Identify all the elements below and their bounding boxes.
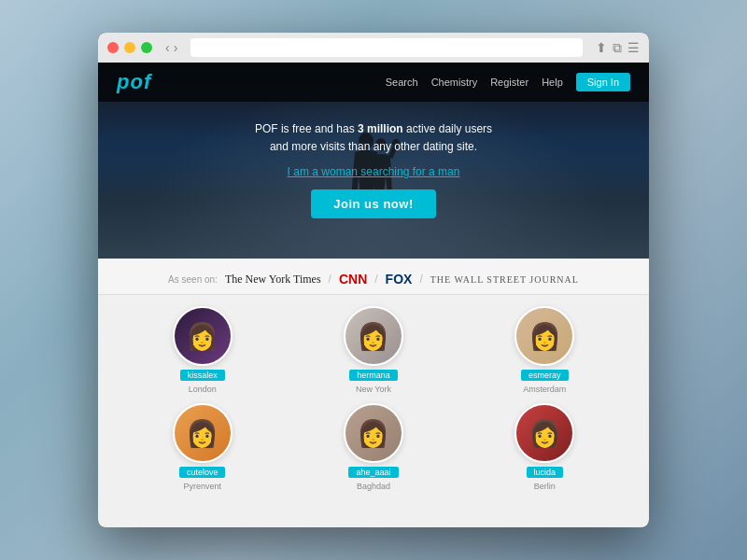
profile-name[interactable]: hermana [349,370,398,381]
press-sep-1: / [329,273,331,286]
avatar: 👩 [173,306,233,366]
profiles-row-1: 👩 kissalex London 👩 hermana New York 👩 e… [126,306,621,394]
profile-name[interactable]: ahe_aaai [348,467,398,478]
profile-item: 👩 hermana New York [297,306,449,394]
browser-window: ‹ › ⬆ ⧉ ☰ [98,33,649,527]
maximize-dot[interactable] [141,42,152,53]
back-button[interactable]: ‹ [165,40,170,55]
profile-name[interactable]: cutelove [179,467,226,478]
press-wsj: THE WALL STREET JOURNAL [430,274,579,285]
hero-search-text: I am a woman searching for a man [98,165,649,178]
nav-help[interactable]: Help [542,77,563,88]
profile-name[interactable]: lucida [527,467,564,478]
nav-search[interactable]: Search [386,77,418,88]
profile-city: London [189,385,217,394]
hero-tagline: POF is free and has 3 million active dai… [98,120,649,156]
hero-bold-stat: 3 million [358,122,403,135]
hero-section: pof Search Chemistry Register Help Sign … [98,63,649,259]
avatar: 👩 [173,403,233,463]
join-button[interactable]: Join us now! [311,189,435,218]
press-sep-3: / [419,273,422,286]
press-sep-2: / [374,273,377,286]
nav-register[interactable]: Register [490,77,529,88]
gender-selector[interactable]: woman [321,165,358,178]
share-icon[interactable]: ⬆ [596,40,607,56]
profile-city: New York [356,385,391,394]
avatar: 👩 [344,306,403,366]
profile-item: 👩 kissalex London [126,306,278,394]
bookmark-icon[interactable]: ⧉ [613,40,622,56]
profile-item: 👩 esmeray Amsterdam [469,306,621,394]
profiles-row-2: 👩 cutelove Pyrenvent 👩 ahe_aaai Baghdad … [126,403,621,491]
sidebar-icon[interactable]: ☰ [627,40,640,56]
profile-city: Baghdad [357,482,390,491]
nav-links: Search Chemistry Register Help Sign In [386,73,630,91]
close-dot[interactable] [107,42,119,53]
profile-item: 👩 ahe_aaai Baghdad [297,403,449,491]
nav-chemistry[interactable]: Chemistry [431,77,478,88]
press-fox: FOX [386,272,413,287]
profiles-section: 👩 kissalex London 👩 hermana New York 👩 e… [98,295,649,527]
press-label: As seen on: [168,274,218,285]
profile-item: 👩 cutelove Pyrenvent [126,403,278,491]
sign-in-button[interactable]: Sign In [576,73,630,91]
avatar: 👩 [514,306,574,366]
site-navbar: pof Search Chemistry Register Help Sign … [98,63,649,102]
target-selector[interactable]: man [438,165,459,178]
site-logo: pof [117,70,151,94]
profile-city: Pyrenvent [183,482,221,491]
profile-city: Berlin [534,482,556,491]
profile-name[interactable]: kissalex [180,370,225,381]
press-nyt: The New York Times [225,273,321,287]
press-cnn: CNN [339,272,367,287]
avatar: 👩 [514,403,574,463]
press-row: As seen on: The New York Times / CNN / F… [117,272,630,287]
profile-city: Amsterdam [523,385,566,394]
hero-content: POF is free and has 3 million active dai… [98,102,649,218]
address-bar[interactable] [190,38,583,57]
avatar: 👩 [344,403,403,463]
profile-name[interactable]: esmeray [521,370,569,381]
hero-tagline-line3: and more visits than any other dating si… [270,140,477,153]
profile-item: 👩 lucida Berlin [469,403,621,491]
minimize-dot[interactable] [124,42,135,53]
row-spacer [126,394,621,403]
browser-content: pof Search Chemistry Register Help Sign … [98,63,649,527]
forward-button[interactable]: › [174,40,178,55]
press-section: As seen on: The New York Times / CNN / F… [98,259,649,294]
browser-titlebar: ‹ › ⬆ ⧉ ☰ [98,33,649,63]
